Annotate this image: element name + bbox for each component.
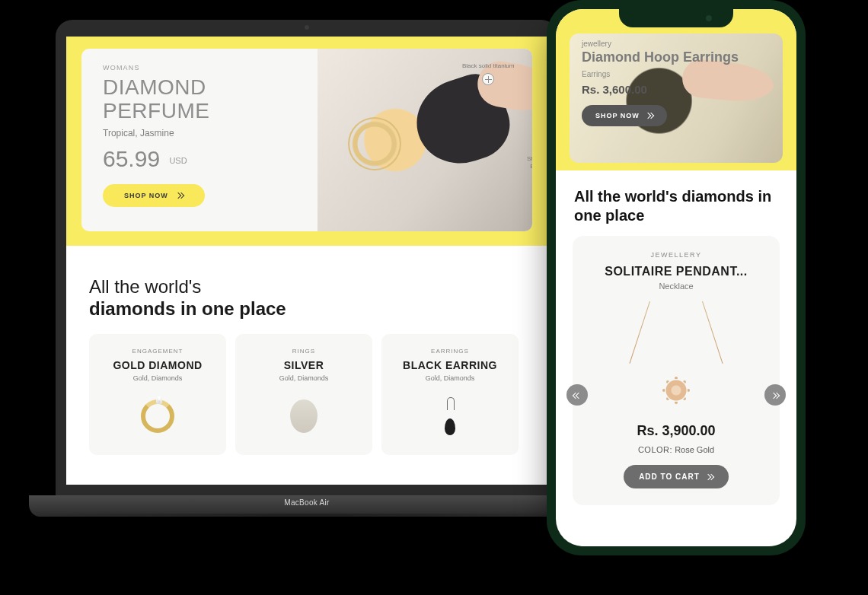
mobile-section-heading: All the world's diamonds in one place bbox=[556, 170, 796, 233]
product-card[interactable]: EARRINGS BLACK EARRING Gold, Diamonds bbox=[381, 334, 519, 455]
mobile-hero: jewellery Diamond Hoop Earrings Earrings… bbox=[556, 9, 796, 170]
product-card[interactable]: RINGS SILVER Gold, Diamonds bbox=[235, 334, 372, 455]
hero-callout-2[interactable]: Stainless Border bbox=[527, 140, 532, 170]
carousel-next-button[interactable] bbox=[764, 384, 786, 406]
chevrons-right-icon bbox=[176, 192, 183, 199]
add-to-cart-button[interactable]: ADD TO CART bbox=[624, 465, 729, 488]
product-tag: EARRINGS bbox=[389, 348, 511, 355]
product-image bbox=[243, 390, 365, 443]
hero-category: WOMANS bbox=[103, 64, 264, 72]
section-heading-line1: All the world's bbox=[89, 276, 201, 297]
shop-now-label: SHOP NOW bbox=[124, 192, 168, 199]
product-row: ENGAGEMENT GOLD DIAMOND Gold, Diamonds R… bbox=[66, 334, 547, 470]
product-card[interactable]: ENGAGEMENT GOLD DIAMOND Gold, Diamonds bbox=[89, 334, 226, 455]
mobile-product-price: Rs. 3,900.00 bbox=[586, 423, 766, 439]
mobile-product-tag: JEWELLERY bbox=[586, 251, 766, 259]
product-name: BLACK EARRING bbox=[389, 359, 511, 371]
chevrons-left-icon bbox=[573, 393, 581, 399]
phone-mockup: jewellery Diamond Hoop Earrings Earrings… bbox=[547, 0, 806, 555]
chevrons-right-icon bbox=[646, 113, 653, 119]
add-to-cart-label: ADD TO CART bbox=[639, 473, 700, 481]
color-value: Rose Gold bbox=[675, 445, 714, 454]
carousel-prev-button[interactable] bbox=[566, 384, 588, 406]
section-heading-line2: diamonds in one place bbox=[89, 298, 286, 319]
mobile-hero-eyebrow: jewellery bbox=[582, 40, 774, 48]
product-image bbox=[389, 390, 511, 443]
phone-screen: jewellery Diamond Hoop Earrings Earrings… bbox=[556, 9, 796, 546]
mobile-product-image bbox=[627, 301, 726, 415]
chevrons-right-icon bbox=[771, 393, 779, 399]
hero-card: WOMANS DIAMOND PERFUME Tropical, Jasmine… bbox=[81, 49, 532, 231]
silver-ring-icon bbox=[290, 399, 318, 433]
product-meta: Gold, Diamonds bbox=[389, 374, 511, 382]
product-meta: Gold, Diamonds bbox=[243, 374, 365, 382]
plus-circle-icon bbox=[482, 73, 494, 85]
hero-title-line2: PERFUME bbox=[103, 99, 209, 123]
mobile-product-name: SOLITAIRE PENDANT... bbox=[586, 265, 766, 278]
callout-2-text: Stainless Border bbox=[527, 155, 532, 170]
pendant-icon bbox=[665, 379, 688, 402]
color-label: COLOR: bbox=[638, 445, 672, 454]
hero-currency: USD bbox=[169, 156, 187, 165]
shop-now-button[interactable]: SHOP NOW bbox=[103, 184, 205, 207]
chevrons-right-icon bbox=[706, 474, 713, 480]
hero-subtitle: Tropical, Jasmine bbox=[103, 128, 264, 138]
necklace-chain-icon bbox=[627, 301, 726, 370]
gold-ring-icon bbox=[141, 399, 174, 433]
product-tag: ENGAGEMENT bbox=[97, 348, 219, 355]
mobile-shop-now-button[interactable]: SHOP NOW bbox=[582, 105, 667, 126]
hero-price: 65.99 USD bbox=[103, 146, 264, 172]
laptop-page: WOMANS DIAMOND PERFUME Tropical, Jasmine… bbox=[66, 37, 547, 485]
mobile-hero-subtitle: Earrings bbox=[582, 70, 774, 78]
laptop-base: MacBook Air bbox=[29, 495, 585, 517]
hero-band: WOMANS DIAMOND PERFUME Tropical, Jasmine… bbox=[66, 37, 547, 246]
hero-image-area: Black solid titanium Stainless Border bbox=[264, 49, 532, 231]
product-meta: Gold, Diamonds bbox=[97, 374, 219, 382]
diamond-ring-icon bbox=[348, 117, 401, 170]
phone-notch-icon bbox=[619, 9, 733, 27]
product-name: SILVER bbox=[243, 359, 365, 371]
product-tag: RINGS bbox=[243, 348, 365, 355]
mobile-hero-price: Rs. 3,600.00 bbox=[582, 83, 774, 96]
hero-text: WOMANS DIAMOND PERFUME Tropical, Jasmine… bbox=[81, 49, 264, 231]
device-label: MacBook Air bbox=[29, 498, 585, 507]
black-earring-icon bbox=[445, 397, 455, 435]
mobile-product-card: JEWELLERY SOLITAIRE PENDANT... Necklace … bbox=[573, 236, 780, 505]
hero-price-value: 65.99 bbox=[103, 146, 160, 171]
mobile-color-line: COLOR: Rose Gold bbox=[586, 445, 766, 454]
callout-1-text: Black solid titanium bbox=[462, 62, 514, 69]
laptop-mockup: WOMANS DIAMOND PERFUME Tropical, Jasmine… bbox=[29, 20, 585, 517]
hero-title: DIAMOND PERFUME bbox=[103, 76, 264, 123]
mobile-hero-title: Diamond Hoop Earrings bbox=[582, 49, 774, 65]
mobile-shop-now-label: SHOP NOW bbox=[595, 112, 640, 119]
mobile-product-meta: Necklace bbox=[586, 282, 766, 291]
laptop-screen: WOMANS DIAMOND PERFUME Tropical, Jasmine… bbox=[56, 20, 558, 495]
product-image bbox=[97, 390, 219, 443]
product-name: GOLD DIAMOND bbox=[97, 359, 219, 371]
hero-title-line1: DIAMOND bbox=[103, 75, 206, 99]
laptop-camera-icon bbox=[305, 25, 309, 30]
mobile-hero-text: jewellery Diamond Hoop Earrings Earrings… bbox=[582, 40, 774, 126]
section-heading: All the world's diamonds in one place bbox=[66, 246, 547, 334]
hero-callout-1[interactable]: Black solid titanium bbox=[462, 62, 514, 85]
